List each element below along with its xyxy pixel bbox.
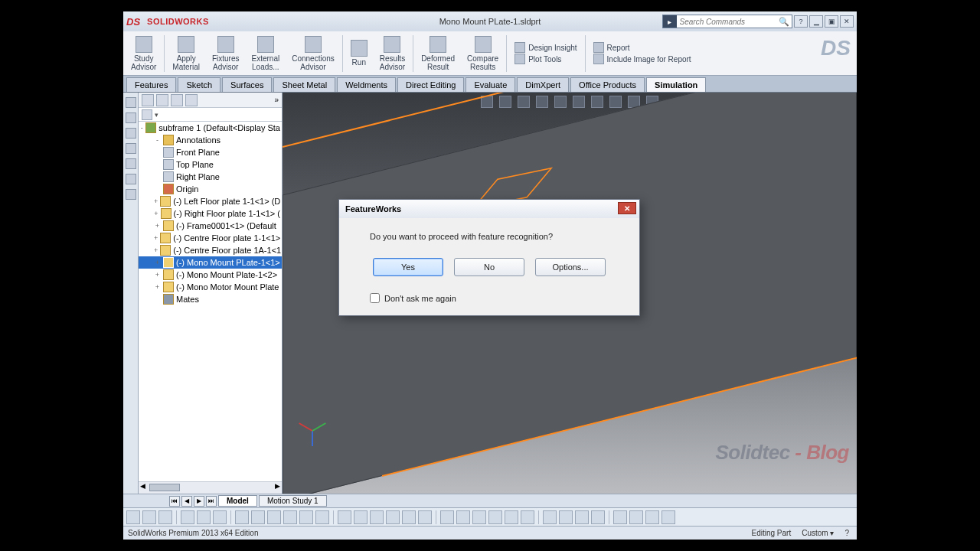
tree-item[interactable]: +(-) Right Floor plate 1-1<1> ( <box>139 207 282 220</box>
cmd-icon[interactable] <box>575 510 589 524</box>
tree-item[interactable]: +(-) Mono Mount PLate-1<1> <box>139 256 282 269</box>
tree-item[interactable]: Top Plane <box>139 158 282 171</box>
search-input[interactable] <box>677 18 777 26</box>
cmd-icon[interactable] <box>418 510 432 524</box>
cmd-icon[interactable] <box>126 510 140 524</box>
rail-icon[interactable] <box>126 189 136 200</box>
cmd-icon[interactable] <box>591 510 605 524</box>
tree-scrollbar[interactable]: ◀ ▶ <box>139 481 282 494</box>
study-advisor-button[interactable]: Study Advisor <box>126 34 161 73</box>
tree-item[interactable]: +(-) Centre Floor plate 1-1<1> <box>139 232 282 244</box>
cmd-icon[interactable] <box>629 510 643 524</box>
status-custom[interactable]: Custom ▾ <box>802 529 834 537</box>
view-tool-icon[interactable] <box>499 96 511 108</box>
orientation-triad[interactable] <box>298 417 328 448</box>
apply-material-button[interactable]: Apply Material <box>168 34 204 73</box>
view-tool-icon[interactable] <box>591 96 603 108</box>
tab-simulation[interactable]: Simulation <box>646 77 706 92</box>
tab-weldments[interactable]: Weldments <box>337 77 396 92</box>
compare-results-button[interactable]: Compare Results <box>462 34 503 73</box>
cmd-icon[interactable] <box>299 510 313 524</box>
tree-tool-icon[interactable] <box>156 94 168 106</box>
yes-button[interactable]: Yes <box>373 258 443 276</box>
view-tool-icon[interactable] <box>518 96 530 108</box>
cmd-icon[interactable] <box>197 510 211 524</box>
tab-nav-last[interactable]: ⏭ <box>206 496 217 507</box>
cmd-icon[interactable] <box>645 510 659 524</box>
fixtures-advisor-button[interactable]: Fixtures Advisor <box>207 34 244 73</box>
cmd-icon[interactable] <box>472 510 486 524</box>
tab-nav-prev[interactable]: ◀ <box>181 496 192 507</box>
restore-button[interactable]: ▣ <box>825 15 838 28</box>
cmd-icon[interactable] <box>158 510 172 524</box>
cmd-icon[interactable] <box>315 510 329 524</box>
close-button[interactable]: ✕ <box>840 15 854 28</box>
tree-item[interactable]: +(-) Mono Motor Mount Plate <box>139 281 282 293</box>
options-button[interactable]: Options... <box>535 258 606 276</box>
cmd-icon[interactable] <box>213 510 227 524</box>
dont-ask-input[interactable] <box>370 293 380 303</box>
tree-filter[interactable]: ▾ <box>139 108 282 122</box>
design-insight-button[interactable]: Design Insight <box>514 42 577 53</box>
tree-tool-icon[interactable] <box>142 94 154 106</box>
run-button[interactable]: Run <box>346 38 372 68</box>
tab-nav-first[interactable]: ⏮ <box>169 496 180 507</box>
cmd-icon[interactable] <box>559 510 573 524</box>
include-image-button[interactable]: Include Image for Report <box>593 54 691 64</box>
results-advisor-button[interactable]: Results Advisor <box>375 34 410 73</box>
rail-icon[interactable] <box>126 158 136 169</box>
cmd-icon[interactable] <box>283 510 297 524</box>
cmd-icon[interactable] <box>456 510 470 524</box>
tab-office-products[interactable]: Office Products <box>570 77 645 92</box>
cmd-icon[interactable] <box>370 510 384 524</box>
tree-tool-icon[interactable] <box>185 94 198 106</box>
cmd-icon[interactable] <box>386 510 400 524</box>
tab-surfaces[interactable]: Surfaces <box>222 77 272 92</box>
view-tool-icon[interactable] <box>554 96 567 108</box>
tree-item[interactable]: +(-) Left Floor plate 1-1<1> (D <box>139 195 282 207</box>
rail-icon[interactable] <box>126 97 136 108</box>
dialog-close-button[interactable]: ✕ <box>618 202 636 214</box>
cmd-icon[interactable] <box>505 510 518 524</box>
tab-model[interactable]: Model <box>218 495 257 507</box>
cmd-icon[interactable] <box>142 510 156 524</box>
cmd-icon[interactable] <box>267 510 281 524</box>
plot-tools-button[interactable]: Plot Tools <box>514 54 577 64</box>
minimize-button[interactable]: ▁ <box>809 15 823 28</box>
tree-item[interactable]: +(-) Mono Mount Plate-1<2> <box>139 269 282 281</box>
deformed-result-button[interactable]: Deformed Result <box>416 34 459 73</box>
dialog-titlebar[interactable]: FeatureWorks ✕ <box>339 200 639 218</box>
cmd-icon[interactable] <box>251 510 265 524</box>
cmd-icon[interactable] <box>543 510 557 524</box>
search-commands[interactable]: ▸ 🔍 <box>662 15 792 28</box>
tree-item[interactable]: +(-) Centre Floor plate 1A-1<1 <box>139 244 282 256</box>
view-tool-icon[interactable] <box>609 96 622 108</box>
cmd-icon[interactable] <box>181 510 194 524</box>
tree-item[interactable]: Front Plane <box>139 146 282 158</box>
cmd-icon[interactable] <box>354 510 368 524</box>
tree-item[interactable]: +(-) Frame0001<1> (Default <box>139 220 282 232</box>
search-icon[interactable]: 🔍 <box>777 17 792 27</box>
tree-tool-icon[interactable] <box>171 94 183 106</box>
cmd-icon[interactable] <box>440 510 454 524</box>
tab-direct-editing[interactable]: Direct Editing <box>397 77 464 92</box>
cmd-icon[interactable] <box>613 510 627 524</box>
cmd-icon[interactable] <box>488 510 502 524</box>
tree-item[interactable]: -Annotations <box>139 134 282 146</box>
tab-dimxpert[interactable]: DimXpert <box>517 77 569 92</box>
view-tool-icon[interactable] <box>573 96 585 108</box>
cmd-icon[interactable] <box>662 510 675 524</box>
tree-item[interactable]: Mates <box>139 293 282 305</box>
no-button[interactable]: No <box>454 258 524 276</box>
tab-sketch[interactable]: Sketch <box>178 77 220 92</box>
tree-root[interactable]: - subframe 1 (Default<Display Sta <box>139 122 282 134</box>
tab-sheet-metal[interactable]: Sheet Metal <box>273 77 335 92</box>
connections-advisor-button[interactable]: Connections Advisor <box>287 34 339 73</box>
tab-nav-next[interactable]: ▶ <box>194 496 204 507</box>
rail-icon[interactable] <box>126 128 136 139</box>
view-tool-icon[interactable] <box>536 96 548 108</box>
help-button[interactable]: ? <box>794 15 808 28</box>
cmd-icon[interactable] <box>521 510 534 524</box>
status-help-icon[interactable]: ? <box>844 529 849 537</box>
tree-item[interactable]: Origin <box>139 183 282 195</box>
